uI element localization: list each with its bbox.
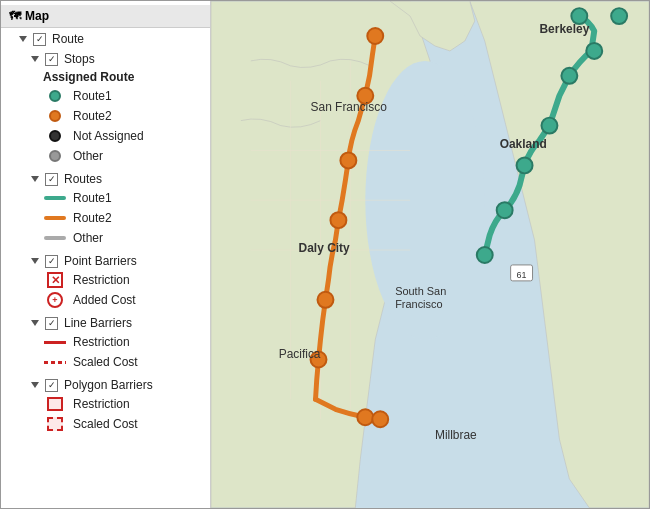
- poly-scaled-row: Scaled Cost: [1, 414, 210, 434]
- routes-group: ✓ Routes Route1 Route2 Other: [1, 168, 210, 250]
- route2-line-symbol: [43, 210, 67, 226]
- svg-point-22: [318, 292, 334, 308]
- lb-scaled-icon: [44, 361, 66, 364]
- point-barriers-row[interactable]: ✓ Point Barriers: [1, 252, 210, 270]
- svg-point-20: [340, 152, 356, 168]
- not-assigned-label: Not Assigned: [73, 129, 144, 143]
- line-barriers-row[interactable]: ✓ Line Barriers: [1, 314, 210, 332]
- poly-restriction-label: Restriction: [73, 397, 130, 411]
- route2-stop-label: Route2: [73, 109, 112, 123]
- other-stop-row: Other: [1, 146, 210, 166]
- svg-point-15: [477, 247, 493, 263]
- map-icon: 🗺: [9, 9, 21, 23]
- stops-label: Stops: [64, 52, 95, 66]
- polygon-barriers-group: ✓ Polygon Barriers Restriction Scaled Co…: [1, 374, 210, 436]
- lb-restriction-icon: [44, 341, 66, 344]
- other-stop-label: Other: [73, 149, 103, 163]
- lb-scaled-row: Scaled Cost: [1, 352, 210, 372]
- lb-scaled-symbol: [43, 354, 67, 370]
- route1-stop-row: Route1: [1, 86, 210, 106]
- pb-restriction-symbol: ✕: [43, 272, 67, 288]
- svg-point-18: [367, 28, 383, 44]
- route2-line-row: Route2: [1, 208, 210, 228]
- svg-point-12: [541, 118, 557, 134]
- poly-scaled-label: Scaled Cost: [73, 417, 138, 431]
- pb-label: Point Barriers: [64, 254, 137, 268]
- pb-checkbox[interactable]: ✓: [45, 255, 58, 268]
- svg-text:61: 61: [517, 270, 527, 280]
- route1-stop-symbol: [43, 88, 67, 104]
- assigned-route-header: Assigned Route: [43, 70, 134, 84]
- lb-restriction-label: Restriction: [73, 335, 130, 349]
- pb-added-cost-row: + Added Cost: [1, 290, 210, 310]
- other-line-label: Other: [73, 231, 103, 245]
- route1-stop-label: Route1: [73, 89, 112, 103]
- stops-group: ✓ Stops Assigned Route Route1 Route2 Not…: [1, 48, 210, 168]
- svg-point-13: [517, 157, 533, 173]
- route-checkbox[interactable]: ✓: [33, 33, 46, 46]
- svg-text:Millbrae: Millbrae: [435, 428, 477, 442]
- svg-text:Pacifica: Pacifica: [279, 347, 321, 361]
- poly-restriction-row: Restriction: [1, 394, 210, 414]
- lb-restriction-row: Restriction: [1, 332, 210, 352]
- svg-point-25: [372, 411, 388, 427]
- assigned-route-header-row: Assigned Route: [1, 68, 210, 86]
- pb-added-cost-label: Added Cost: [73, 293, 136, 307]
- svg-text:Francisco: Francisco: [395, 298, 442, 310]
- routes-checkbox[interactable]: ✓: [45, 173, 58, 186]
- svg-point-17: [586, 43, 602, 59]
- poly-checkbox[interactable]: ✓: [45, 379, 58, 392]
- pb-restriction-label: Restriction: [73, 273, 130, 287]
- svg-text:South San: South San: [395, 285, 446, 297]
- legend-title: 🗺 Map: [1, 5, 210, 28]
- route-label: Route: [52, 32, 84, 46]
- lb-scaled-label: Scaled Cost: [73, 355, 138, 369]
- route1-line-label: Route1: [73, 191, 112, 205]
- point-barriers-group: ✓ Point Barriers ✕ Restriction + Added C…: [1, 250, 210, 312]
- poly-label: Polygon Barriers: [64, 378, 153, 392]
- polygon-barriers-row[interactable]: ✓ Polygon Barriers: [1, 376, 210, 394]
- other-stop-symbol: [43, 148, 67, 164]
- poly-scaled-icon: [47, 417, 63, 431]
- line-barriers-group: ✓ Line Barriers Restriction Scaled Cost: [1, 312, 210, 374]
- poly-restriction-icon: [47, 397, 63, 411]
- lb-collapse-icon: [31, 320, 39, 326]
- added-cost-icon: +: [47, 292, 63, 308]
- stops-checkbox[interactable]: ✓: [45, 53, 58, 66]
- restriction-x-icon: ✕: [47, 272, 63, 288]
- lb-checkbox[interactable]: ✓: [45, 317, 58, 330]
- route1-line-row: Route1: [1, 188, 210, 208]
- poly-scaled-symbol: [43, 416, 67, 432]
- route2-line-label: Route2: [73, 211, 112, 225]
- map-svg: 61: [211, 1, 649, 508]
- svg-point-14: [497, 202, 513, 218]
- pb-collapse-icon: [31, 258, 39, 264]
- svg-point-16: [611, 8, 627, 24]
- legend-panel: 🗺 Map ✓ Route ✓ Stops Assigned Route: [1, 1, 211, 508]
- svg-text:Daly City: Daly City: [299, 241, 350, 255]
- route-collapse-icon: [19, 36, 27, 42]
- lb-restriction-symbol: [43, 334, 67, 350]
- route2-stop-symbol: [43, 108, 67, 124]
- pb-restriction-row: ✕ Restriction: [1, 270, 210, 290]
- lb-label: Line Barriers: [64, 316, 132, 330]
- route-group: ✓ Route ✓ Stops Assigned Route Route1: [1, 28, 210, 438]
- poly-collapse-icon: [31, 382, 39, 388]
- svg-point-21: [330, 212, 346, 228]
- routes-collapse-icon: [31, 176, 39, 182]
- other-line-symbol: [43, 230, 67, 246]
- svg-point-11: [561, 68, 577, 84]
- svg-point-24: [357, 409, 373, 425]
- route-row[interactable]: ✓ Route: [1, 30, 210, 48]
- map-area[interactable]: 61: [211, 1, 649, 508]
- routes-row[interactable]: ✓ Routes: [1, 170, 210, 188]
- not-assigned-symbol: [43, 128, 67, 144]
- other-line-row: Other: [1, 228, 210, 248]
- svg-text:Oakland: Oakland: [500, 137, 547, 151]
- stops-row[interactable]: ✓ Stops: [1, 50, 210, 68]
- pb-added-cost-symbol: +: [43, 292, 67, 308]
- svg-text:San Francisco: San Francisco: [311, 100, 388, 114]
- main-container: 🗺 Map ✓ Route ✓ Stops Assigned Route: [0, 0, 650, 509]
- not-assigned-row: Not Assigned: [1, 126, 210, 146]
- stops-collapse-icon: [31, 56, 39, 62]
